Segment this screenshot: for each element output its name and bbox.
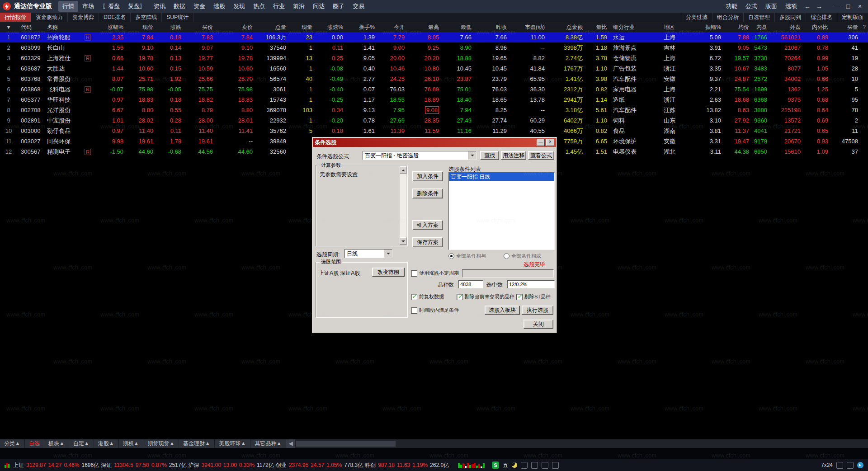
- toolbar-多空阵线[interactable]: 多空阵线: [131, 13, 162, 22]
- execute-button[interactable]: 执行选股: [522, 306, 553, 315]
- tab-自定▲[interactable]: 自定▲: [69, 439, 94, 448]
- tab-分类▲[interactable]: 分类▲: [0, 439, 25, 448]
- panel-icon[interactable]: [836, 462, 843, 469]
- sort-indicator-icon[interactable]: ▼: [0, 24, 17, 30]
- column-header-最高[interactable]: 最高: [407, 24, 441, 31]
- minimize-button[interactable]: —: [831, 3, 842, 10]
- notification-icon[interactable]: [857, 462, 863, 468]
- column-header-市盈(动)[interactable]: 市盈(动): [509, 24, 547, 31]
- period-combo[interactable]: 日线: [344, 249, 392, 258]
- column-header-涨跌[interactable]: 涨跌: [156, 24, 184, 31]
- column-header-振幅%[interactable]: 振幅%: [696, 24, 723, 31]
- column-header-最低[interactable]: 最低: [441, 24, 474, 31]
- menu-交易[interactable]: 交易: [349, 1, 368, 12]
- menu-〖看盘[interactable]: 〖看盘: [98, 1, 124, 12]
- toolbar-自选管理[interactable]: 自选管理: [743, 13, 774, 22]
- widgets-icon[interactable]: [531, 462, 538, 469]
- tab-scrollbar[interactable]: [295, 439, 868, 448]
- message-icon[interactable]: [847, 462, 854, 469]
- column-header-地区[interactable]: 地区: [660, 24, 696, 31]
- stock-row-603099[interactable]: 2603099长白山1.569.100.149.079.103754010.11…: [0, 42, 868, 53]
- condition-listbox[interactable]: 百变一阳指 日线: [448, 172, 555, 250]
- menu-市场[interactable]: 市场: [78, 1, 98, 12]
- menu-选股[interactable]: 选股: [209, 1, 229, 12]
- add-condition-button[interactable]: 加入条件: [412, 171, 443, 181]
- toolbar-资金博弈[interactable]: 资金博弈: [68, 13, 99, 22]
- menu-行业[interactable]: 行业: [269, 1, 289, 12]
- tab-scroll-left-icon[interactable]: ◀: [286, 439, 295, 448]
- tab-期货现货▲[interactable]: 期货现货▲: [143, 439, 179, 448]
- stock-row-002891[interactable]: 9002891中宠股份1.0128.020.2828.0028.01229321…: [0, 115, 868, 126]
- stock-row-003000[interactable]: 10003000劲仔食品0.9711.400.1111.4011.4135762…: [0, 126, 868, 136]
- column-header-涨速%[interactable]: 涨速%: [315, 24, 345, 31]
- toolbar-多股同列[interactable]: 多股同列: [774, 13, 806, 22]
- dialog-close-button[interactable]: ×: [546, 139, 554, 146]
- scroll-down-icon[interactable]: [400, 237, 406, 245]
- tab-美股环球▲[interactable]: 美股环球▲: [215, 439, 250, 448]
- theme-icon[interactable]: [521, 462, 528, 469]
- column-header-卖价[interactable]: 卖价: [215, 24, 255, 31]
- toolbar-资金驱动力[interactable]: 资金驱动力: [31, 13, 68, 22]
- updown-period-input[interactable]: [462, 269, 554, 278]
- formula-combo[interactable]: 百变一阳指 - 绝密选股: [363, 151, 476, 160]
- menu-资讯[interactable]: 资讯: [150, 1, 170, 12]
- menu-圈子[interactable]: 圈子: [329, 1, 349, 12]
- toolbar-综合排名[interactable]: 综合排名: [806, 13, 837, 22]
- column-header-买价[interactable]: 买价: [184, 24, 215, 31]
- to-block-button[interactable]: 选股入板块: [485, 306, 520, 315]
- toolbar-行情报价[interactable]: 行情报价: [0, 13, 31, 22]
- column-header-买量[interactable]: 买量: [830, 24, 860, 31]
- stock-row-605377[interactable]: 7605377华旺科技0.9718.830.1818.8218.83157431…: [0, 94, 868, 105]
- column-header-外盘[interactable]: 外盘: [769, 24, 803, 31]
- help-icon[interactable]: ?: [860, 24, 868, 30]
- column-header-量比[interactable]: 量比: [585, 24, 609, 31]
- radio-or[interactable]: 全部条件相或: [504, 253, 541, 259]
- tab-基金理财▲[interactable]: 基金理财▲: [179, 439, 215, 448]
- menu-资金[interactable]: 资金: [189, 1, 209, 12]
- dialog-close-action-button[interactable]: 关闭: [524, 320, 553, 329]
- menu-选项[interactable]: 选项: [781, 1, 801, 12]
- back-icon[interactable]: ←: [802, 3, 813, 10]
- find-button[interactable]: 查找: [480, 151, 499, 160]
- menu-复盘〗[interactable]: 复盘〗: [124, 1, 150, 12]
- tab-港股▲[interactable]: 港股▲: [94, 439, 119, 448]
- change-range-button[interactable]: 改变范围: [372, 268, 405, 277]
- menu-热点[interactable]: 热点: [249, 1, 269, 12]
- column-header-涨幅%[interactable]: 涨幅%: [94, 24, 126, 31]
- index-上证[interactable]: 上证3129.8714.270.46%1696亿: [13, 462, 99, 469]
- index-深证[interactable]: 深证11304.597.500.87%2517亿: [101, 462, 186, 469]
- chevron-down-icon[interactable]: [468, 151, 476, 160]
- chevron-down-icon[interactable]: [384, 250, 392, 258]
- toolbar-SUP统计[interactable]: SUP统计: [162, 13, 193, 22]
- column-header-现价[interactable]: 现价: [126, 24, 156, 31]
- forward-icon[interactable]: →: [814, 3, 825, 10]
- column-header-均价[interactable]: 均价: [723, 24, 751, 31]
- tab-scrollbar-thumb[interactable]: [296, 441, 396, 447]
- save-plan-button[interactable]: 保存方案: [412, 237, 443, 247]
- night-mode-icon[interactable]: [512, 462, 517, 468]
- column-header-细分行业[interactable]: 细分行业: [609, 24, 660, 31]
- user-icon[interactable]: [542, 462, 548, 469]
- stock-row-601872[interactable]: 1601872招商轮船R2.357.840.187.837.84106.3万23…: [0, 32, 868, 42]
- tab-自选[interactable]: 自选: [25, 439, 44, 448]
- apps-icon[interactable]: [552, 462, 559, 469]
- view-formula-button[interactable]: 查看公式: [528, 151, 554, 160]
- menu-版面[interactable]: 版面: [761, 1, 781, 12]
- dialog-minimize-button[interactable]: —: [537, 139, 545, 146]
- index-创业[interactable]: 创业2374.9524.571.05%778.3亿: [276, 462, 363, 469]
- tdx-logo-icon[interactable]: S: [492, 462, 499, 469]
- tab-板块▲[interactable]: 板块▲: [44, 439, 69, 448]
- ime-indicator[interactable]: 五: [503, 462, 508, 469]
- column-header-换手%[interactable]: 换手%: [345, 24, 377, 31]
- column-header-总量[interactable]: 总量: [255, 24, 288, 31]
- column-header-内盘[interactable]: 内盘: [751, 24, 769, 31]
- scroll-up-icon[interactable]: [400, 166, 406, 174]
- column-header-现量[interactable]: 现量: [288, 24, 315, 31]
- tab-其它品种▲[interactable]: 其它品种▲: [250, 439, 286, 448]
- menu-发现[interactable]: 发现: [229, 1, 249, 12]
- exclude-st-checkbox[interactable]: 剔除ST品种: [516, 293, 551, 300]
- toolbar-组合分析[interactable]: 组合分析: [712, 13, 743, 22]
- stock-row-603768[interactable]: 5603768常青股份8.0725.711.9225.6625.70565744…: [0, 74, 868, 84]
- dialog-title-bar[interactable]: 条件选股 — ×: [313, 138, 556, 147]
- column-header-今开[interactable]: 今开: [377, 24, 407, 31]
